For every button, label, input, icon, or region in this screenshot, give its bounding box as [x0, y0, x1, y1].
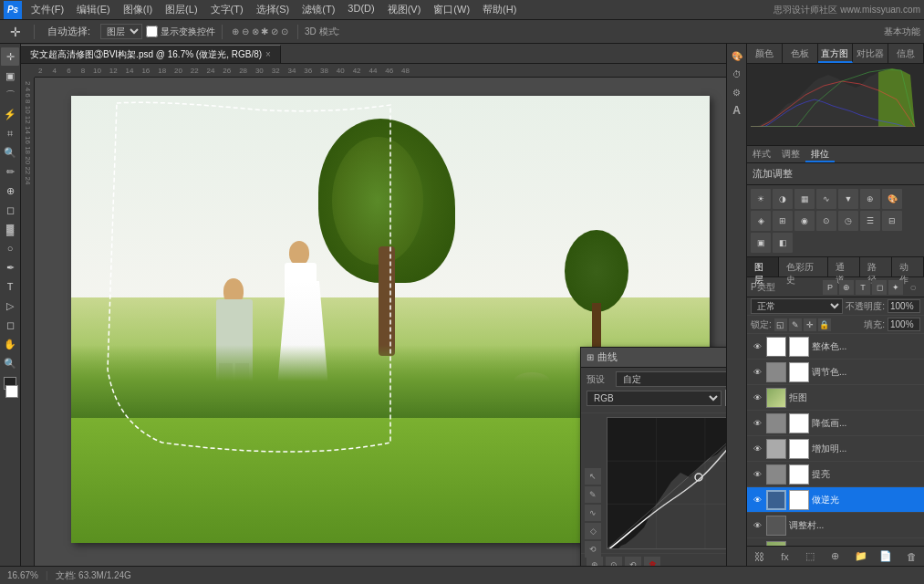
eye-icon-4[interactable]: 👁: [751, 417, 763, 430]
layers-tab-channels[interactable]: 通道: [828, 257, 860, 276]
layers-tab-history[interactable]: 色彩历史: [779, 257, 827, 276]
add-style-btn[interactable]: fx: [777, 548, 794, 565]
eye-icon-3[interactable]: 👁: [751, 391, 763, 404]
layers-tab-paths[interactable]: 路径: [860, 257, 892, 276]
curves-channel-btn[interactable]: ⊕: [587, 557, 603, 566]
channel-dropdown[interactable]: RGB: [587, 391, 722, 406]
tab-histogram[interactable]: 直方图: [818, 44, 854, 63]
eye-icon-8[interactable]: 👁: [751, 519, 763, 532]
curves-delete-btn[interactable]: 🗑: [644, 557, 660, 566]
adj-curves[interactable]: ∿: [816, 189, 836, 209]
menu-layer[interactable]: 图层(L): [160, 1, 202, 18]
zoom-tool[interactable]: 🔍: [1, 354, 19, 372]
layers-tab-layers[interactable]: 图层: [747, 257, 779, 276]
menu-help[interactable]: 帮助(H): [477, 1, 522, 18]
menu-text[interactable]: 文字(T): [205, 1, 249, 18]
filter-toggle[interactable]: ○: [906, 280, 920, 295]
tab-adjust[interactable]: 调整: [776, 146, 805, 162]
brush-tool[interactable]: ✏: [1, 162, 19, 181]
layers-tab-actions[interactable]: 动作: [892, 257, 924, 276]
adj-exposure[interactable]: ▼: [838, 189, 858, 209]
move-tool-icon[interactable]: ✛: [4, 22, 27, 42]
add-mask-btn[interactable]: ⬚: [802, 548, 818, 565]
new-group-btn[interactable]: 📁: [853, 548, 869, 565]
layer-item-9[interactable]: 👁 盖印: [747, 538, 924, 546]
adj-channel-mixer[interactable]: ◉: [794, 211, 815, 231]
eye-icon-2[interactable]: 👁: [751, 366, 763, 379]
new-adjustment-btn[interactable]: ⊕: [827, 548, 844, 565]
fill-input[interactable]: [888, 318, 920, 331]
curve-edit-tool[interactable]: ✎: [585, 486, 601, 503]
canvas-area[interactable]: 2 4 6 8 10 12 14 16 18 20 22 24 26 28 30…: [21, 64, 726, 566]
pen-tool[interactable]: ✒: [1, 258, 19, 276]
filter-shape[interactable]: ◻: [872, 280, 887, 295]
adj-brightness[interactable]: ☀: [751, 189, 771, 209]
eye-icon-6[interactable]: 👁: [751, 468, 763, 481]
link-layers-btn[interactable]: ⛓: [752, 548, 768, 565]
filter-pixel[interactable]: P: [823, 280, 837, 295]
filter-type[interactable]: T: [856, 280, 870, 295]
menu-file[interactable]: 文件(F): [26, 1, 69, 18]
menu-image[interactable]: 图像(I): [118, 1, 158, 18]
layer-item-7[interactable]: 👁 做逆光: [747, 487, 924, 513]
text-tool[interactable]: T: [1, 277, 19, 296]
eye-icon-5[interactable]: 👁: [751, 443, 763, 455]
lock-transparent[interactable]: ◱: [774, 318, 787, 331]
filter-smart[interactable]: ✦: [888, 280, 903, 295]
layer-item-3[interactable]: 👁 拒图: [747, 385, 924, 411]
tab-style[interactable]: 样式: [747, 146, 776, 162]
curve-pointer-tool[interactable]: ↖: [585, 468, 601, 485]
adj-levels[interactable]: ▦: [794, 189, 815, 209]
path-selection-tool[interactable]: ▷: [1, 297, 19, 315]
eye-icon-7[interactable]: 👁: [751, 494, 763, 506]
curve-smooth-tool[interactable]: ∿: [585, 505, 601, 521]
lasso-tool[interactable]: ⌒: [1, 86, 19, 104]
lock-all[interactable]: 🔒: [818, 318, 831, 331]
gradient-tool[interactable]: ▓: [1, 220, 19, 238]
opacity-input[interactable]: [888, 299, 920, 313]
menu-filter[interactable]: 滤镜(T): [296, 1, 340, 18]
menu-3d[interactable]: 3D(D): [342, 1, 379, 18]
eraser-tool[interactable]: ◻: [1, 201, 19, 219]
layer-item-5[interactable]: 👁 增加明...: [747, 436, 924, 462]
eyedropper-tool[interactable]: 🔍: [1, 143, 19, 162]
layer-item-4[interactable]: 👁 降低画...: [747, 411, 924, 436]
tab-contrast[interactable]: 对比器: [853, 44, 888, 63]
adj-vibrance[interactable]: ⊕: [860, 189, 880, 209]
delete-layer-btn[interactable]: 🗑: [903, 548, 919, 565]
layer-select-dropdown[interactable]: 图层: [100, 24, 142, 39]
curves-copy-btn[interactable]: ⊙: [606, 557, 622, 566]
document-tab[interactable]: 安文超高清修图③BVI构架.psd @ 16.7% (做逆光, RGB/8) ×: [21, 45, 281, 63]
adj-posterize[interactable]: ☰: [860, 211, 880, 231]
curve-reset-tool[interactable]: ⟲: [585, 541, 601, 558]
layer-item-1[interactable]: 👁 整体色...: [747, 334, 924, 360]
adj-hue[interactable]: 🎨: [882, 189, 902, 209]
tab-sort[interactable]: 排位: [805, 146, 835, 162]
lock-position[interactable]: ✛: [804, 318, 816, 331]
curves-paste-btn[interactable]: ⟲: [625, 557, 641, 566]
preset-dropdown[interactable]: 自定: [616, 371, 726, 387]
dodge-tool[interactable]: ○: [1, 239, 19, 257]
layer-item-8[interactable]: 👁 调整村...: [747, 513, 924, 538]
move-tool[interactable]: ✛: [1, 47, 19, 66]
new-layer-btn[interactable]: 📄: [877, 548, 894, 565]
shape-tool[interactable]: ◻: [1, 316, 19, 334]
eye-icon-1[interactable]: 👁: [751, 340, 763, 353]
tab-swatches[interactable]: 色板: [783, 44, 818, 63]
marquee-tool[interactable]: ▣: [1, 67, 19, 85]
ai-panel-btn[interactable]: A: [729, 102, 745, 119]
actions-panel-btn[interactable]: ⚙: [729, 84, 745, 100]
crop-tool[interactable]: ⌗: [1, 124, 19, 142]
auto-button[interactable]: 自动: [725, 390, 726, 406]
layer-item-2[interactable]: 👁 调节色...: [747, 360, 924, 385]
background-color[interactable]: [5, 385, 18, 398]
color-panel-btn[interactable]: 🎨: [729, 47, 745, 64]
layer-item-6[interactable]: 👁 提亮: [747, 462, 924, 487]
menu-view[interactable]: 视图(V): [382, 1, 427, 18]
adj-invert[interactable]: ◷: [838, 211, 858, 231]
adj-selective-color[interactable]: ◧: [773, 233, 793, 253]
curve-corner-tool[interactable]: ◇: [585, 523, 601, 539]
menu-edit[interactable]: 编辑(E): [71, 1, 116, 18]
filter-adjust[interactable]: ⊕: [839, 280, 854, 295]
magic-wand-tool[interactable]: ⚡: [1, 105, 19, 123]
